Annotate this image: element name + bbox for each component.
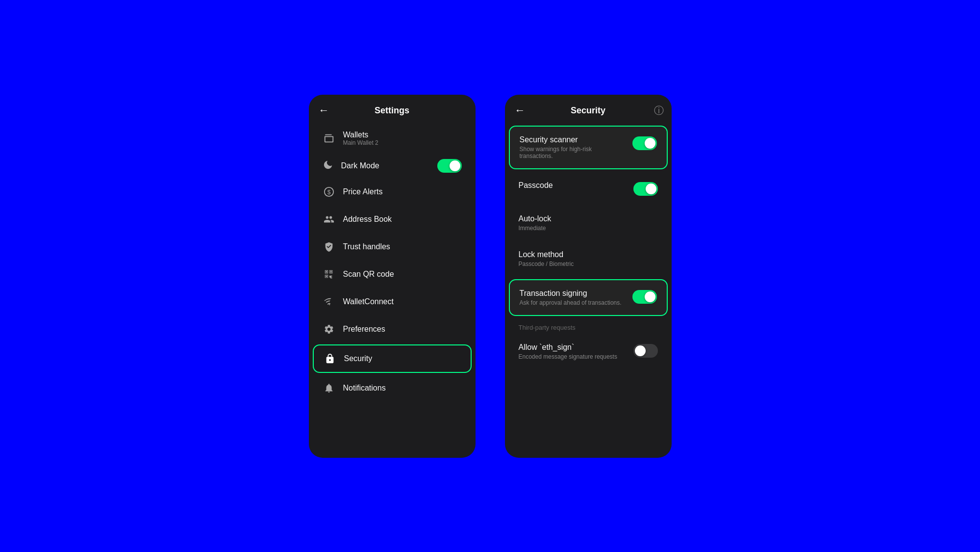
address-book-label: Address Book (343, 215, 392, 224)
allow-eth-sign-subtitle: Encoded message signature requests (519, 353, 628, 360)
lock-method-text: Lock method Passcode / Biometric (519, 250, 658, 267)
transaction-signing-toggle-thumb (645, 291, 655, 302)
sidebar-item-scan-qr[interactable]: Scan QR code (313, 261, 472, 288)
settings-title: Settings (375, 105, 409, 116)
security-scanner-subtitle: Show warnings for high-risk transactions… (520, 146, 627, 159)
notifications-label: Notifications (343, 384, 386, 393)
transaction-signing-row[interactable]: Transaction signing Ask for approval ahe… (509, 279, 668, 316)
auto-lock-subtitle: Immediate (519, 225, 658, 232)
bell-icon (323, 382, 335, 394)
transaction-signing-toggle[interactable] (632, 290, 657, 304)
dark-mode-toggle-thumb (450, 160, 460, 171)
security-scanner-title: Security scanner (520, 135, 627, 144)
moon-icon (323, 159, 333, 172)
dollar-icon: $ (323, 185, 335, 198)
settings-header: ← Settings (309, 95, 476, 123)
sidebar-item-security[interactable]: Security (313, 344, 472, 373)
dark-mode-toggle[interactable] (437, 159, 462, 173)
sidebar-item-wallet-connect[interactable]: WalletConnect (313, 289, 472, 315)
lock-method-row[interactable]: Lock method Passcode / Biometric (509, 241, 668, 276)
security-panel: ← Security ⓘ Security scanner Show warni… (505, 95, 672, 458)
dark-mode-toggle-track[interactable] (437, 159, 462, 173)
gear-icon (323, 323, 335, 336)
allow-eth-sign-text: Allow `eth_sign` Encoded message signatu… (519, 343, 628, 360)
svg-text:$: $ (327, 188, 330, 195)
third-party-section-label: Third-party requests (505, 319, 672, 333)
allow-eth-sign-row[interactable]: Allow `eth_sign` Encoded message signatu… (509, 334, 668, 369)
settings-panel: ← Settings Wallets Main Wallet 2 Dark Mo… (309, 95, 476, 458)
auto-lock-title: Auto-lock (519, 214, 658, 223)
wallets-labels: Wallets Main Wallet 2 (343, 131, 378, 146)
wallets-sublabel: Main Wallet 2 (343, 139, 378, 146)
security-info-button[interactable]: ⓘ (654, 104, 664, 117)
settings-back-button[interactable]: ← (317, 102, 331, 119)
preferences-label: Preferences (343, 325, 385, 334)
shield-check-icon (323, 240, 335, 253)
wallet-icon (323, 132, 335, 145)
sidebar-item-notifications[interactable]: Notifications (313, 375, 472, 401)
lock-icon (324, 352, 336, 365)
auto-lock-text: Auto-lock Immediate (519, 214, 658, 232)
contacts-icon (323, 213, 335, 226)
transaction-signing-title: Transaction signing (520, 289, 627, 298)
dark-mode-label: Dark Mode (341, 161, 379, 170)
lock-method-title: Lock method (519, 250, 658, 259)
passcode-title: Passcode (519, 181, 628, 190)
transaction-signing-subtitle: Ask for approval ahead of transactions. (520, 299, 627, 306)
security-scanner-toggle[interactable] (632, 136, 657, 150)
sidebar-item-preferences[interactable]: Preferences (313, 316, 472, 342)
passcode-toggle-track[interactable] (633, 182, 658, 196)
auto-lock-row[interactable]: Auto-lock Immediate (509, 206, 668, 240)
security-title: Security (571, 105, 605, 116)
price-alerts-label: Price Alerts (343, 187, 383, 196)
sidebar-item-address-book[interactable]: Address Book (313, 206, 472, 233)
passcode-toggle[interactable] (633, 182, 658, 196)
wallets-label: Wallets (343, 131, 378, 139)
transaction-signing-text: Transaction signing Ask for approval ahe… (520, 289, 627, 306)
passcode-row[interactable]: Passcode (509, 172, 668, 205)
dark-mode-left: Dark Mode (323, 159, 379, 172)
security-label: Security (344, 354, 373, 363)
sidebar-item-dark-mode[interactable]: Dark Mode (313, 154, 472, 178)
security-scanner-toggle-track[interactable] (632, 136, 657, 150)
qr-icon (323, 268, 335, 281)
security-scanner-text: Security scanner Show warnings for high-… (520, 135, 627, 159)
allow-eth-sign-title: Allow `eth_sign` (519, 343, 628, 352)
wifi-icon (323, 295, 335, 308)
allow-eth-sign-toggle-track[interactable] (633, 344, 658, 358)
sidebar-item-trust-handles[interactable]: Trust handles (313, 234, 472, 260)
passcode-toggle-thumb (646, 184, 656, 194)
sidebar-item-wallets[interactable]: Wallets Main Wallet 2 (313, 124, 472, 153)
wallet-connect-label: WalletConnect (343, 297, 394, 306)
scan-qr-label: Scan QR code (343, 270, 394, 279)
passcode-text: Passcode (519, 181, 628, 190)
security-scanner-toggle-thumb (645, 138, 655, 149)
security-back-button[interactable]: ← (513, 102, 528, 119)
security-header: ← Security ⓘ (505, 95, 672, 123)
transaction-signing-toggle-track[interactable] (632, 290, 657, 304)
sidebar-item-price-alerts[interactable]: $ Price Alerts (313, 179, 472, 205)
security-scanner-row[interactable]: Security scanner Show warnings for high-… (509, 126, 668, 169)
allow-eth-sign-toggle[interactable] (633, 344, 658, 358)
trust-handles-label: Trust handles (343, 242, 390, 251)
allow-eth-sign-toggle-thumb (635, 345, 646, 356)
lock-method-subtitle: Passcode / Biometric (519, 261, 658, 267)
